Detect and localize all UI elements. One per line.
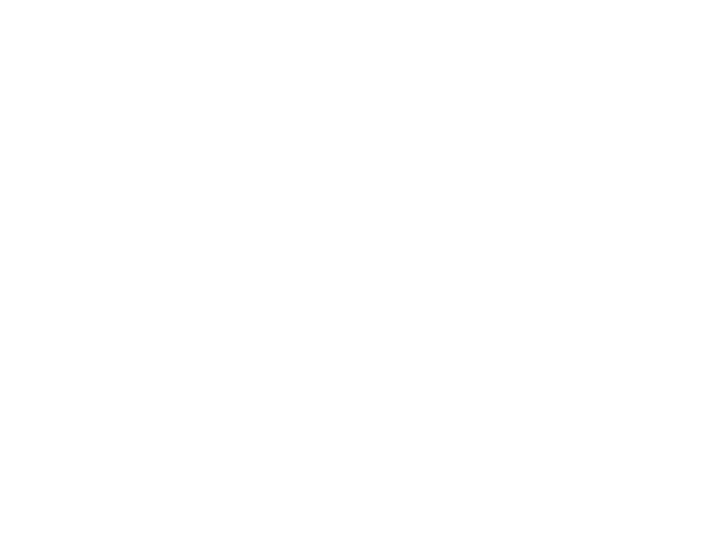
document-page	[0, 0, 720, 126]
benefits-list	[18, 30, 702, 126]
